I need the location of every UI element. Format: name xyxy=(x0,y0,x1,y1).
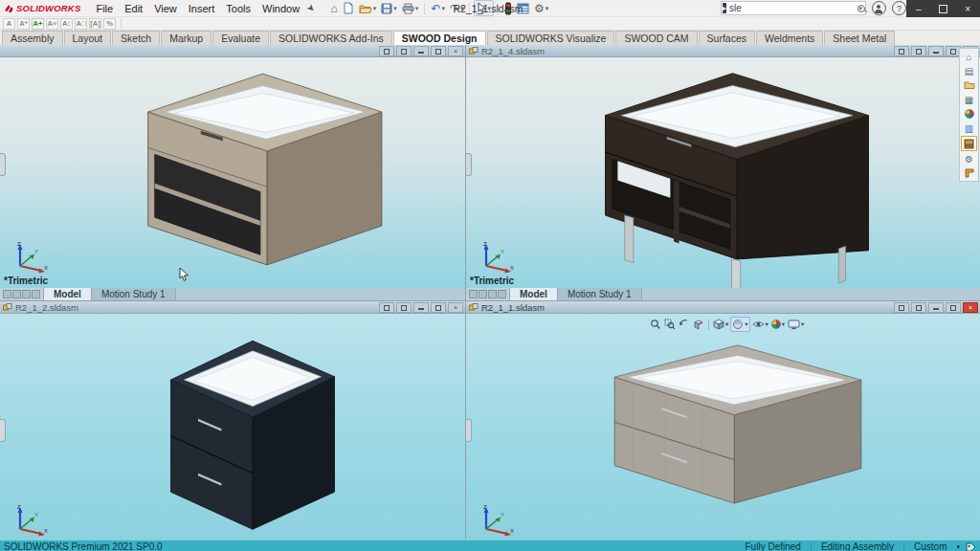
tab-markup[interactable]: Markup xyxy=(161,31,212,45)
tab-swood-design[interactable]: SWOOD Design xyxy=(393,31,486,45)
help-icon[interactable]: ? xyxy=(892,1,906,15)
hide-show-caret[interactable]: ▾ xyxy=(766,320,768,328)
options-button[interactable]: ⚙▾ xyxy=(532,1,550,16)
options-dropdown-caret[interactable]: ▾ xyxy=(546,5,549,12)
viewport-title-bar[interactable]: R2_1_2.sldasm × xyxy=(0,301,465,314)
viewport-minimize-button[interactable] xyxy=(928,302,944,313)
menu-view[interactable]: View xyxy=(148,3,183,14)
menu-tools[interactable]: Tools xyxy=(220,3,256,14)
viewport-close-button[interactable]: × xyxy=(448,46,463,56)
text-tool-icon-4[interactable]: A≡ xyxy=(46,18,58,30)
cabinet-model[interactable] xyxy=(151,325,354,540)
tab-evaluate[interactable]: Evaluate xyxy=(212,31,269,45)
tab-sheet-metal[interactable]: Sheet Metal xyxy=(824,31,895,45)
appearances-button[interactable]: ▾ xyxy=(770,319,786,330)
panel-splitter-handle[interactable] xyxy=(466,419,472,442)
open-button[interactable]: ▾ xyxy=(357,2,379,15)
tab-swood-cam[interactable]: SWOOD CAM xyxy=(615,31,697,45)
tab-sketch[interactable]: Sketch xyxy=(112,31,160,45)
viewport-tile-button[interactable] xyxy=(379,302,394,313)
select-button[interactable]: ▾ xyxy=(474,0,494,16)
search-input[interactable] xyxy=(729,3,856,13)
viewport-minimize-button[interactable] xyxy=(928,46,944,56)
text-tool-icon-7[interactable]: [A] xyxy=(89,18,101,30)
viewport-title-bar[interactable]: × xyxy=(0,45,465,57)
scene-caret[interactable]: ▾ xyxy=(801,320,804,328)
motion-study-tab[interactable]: Motion Study 1 xyxy=(558,288,642,300)
swood-options-icon[interactable]: ⚙ xyxy=(962,152,976,165)
section-view-button[interactable] xyxy=(692,318,705,331)
solidworks-resources-icon[interactable]: ⌂ xyxy=(962,50,976,63)
zoom-fit-button[interactable] xyxy=(649,318,662,331)
open-dropdown-caret[interactable]: ▾ xyxy=(373,5,377,12)
close-button[interactable]: × xyxy=(955,0,980,17)
graphics-area[interactable]: ▾ ▾ ▾ ▾ ▾ xyxy=(466,314,980,540)
viewport-maximize-button[interactable] xyxy=(946,302,961,313)
account-icon[interactable] xyxy=(872,1,886,15)
viewport-minimize-button[interactable] xyxy=(413,302,429,313)
viewport-tile-button[interactable] xyxy=(894,46,909,56)
tab-layout[interactable]: Layout xyxy=(64,31,112,45)
viewport-close-button[interactable]: × xyxy=(448,302,463,313)
tab-assembly[interactable]: Assembly xyxy=(2,31,63,45)
select-dropdown-caret[interactable]: ▾ xyxy=(487,5,491,12)
viewport-close-button[interactable]: × xyxy=(963,302,978,313)
bom-table-button[interactable] xyxy=(515,2,531,15)
design-library-icon[interactable]: ▤ xyxy=(962,64,976,77)
tab-nav-buttons[interactable] xyxy=(0,288,44,300)
home-button[interactable]: ⌂ xyxy=(329,1,340,16)
search-scope-icon[interactable]: ▸ xyxy=(723,3,726,13)
hide-show-items-button[interactable]: ▾ xyxy=(751,318,769,331)
motion-study-tab[interactable]: Motion Study 1 xyxy=(92,288,176,300)
save-button[interactable]: ▾ xyxy=(379,2,399,15)
display-style-caret[interactable]: ▾ xyxy=(745,320,747,328)
graphics-area[interactable]: ZYX *Trimetric xyxy=(466,57,980,288)
custom-properties-icon[interactable]: ▥ xyxy=(962,121,976,135)
panel-splitter-handle[interactable] xyxy=(0,153,6,176)
model-tab[interactable]: Model xyxy=(510,288,558,300)
viewport-maximize-button[interactable] xyxy=(431,302,446,313)
swood-status-button[interactable] xyxy=(502,1,514,16)
view-orientation-caret[interactable]: ▾ xyxy=(725,320,728,328)
swood-panel-icon[interactable] xyxy=(961,136,977,151)
viewport-split-button[interactable] xyxy=(396,302,412,313)
viewport-split-button[interactable] xyxy=(911,46,926,56)
undo-dropdown-caret[interactable]: ▾ xyxy=(441,5,445,12)
file-explorer-icon[interactable] xyxy=(962,78,976,92)
redo-button[interactable]: ↷▾ xyxy=(448,1,466,16)
text-tool-icon-3[interactable]: A+ xyxy=(32,18,44,30)
menu-insert[interactable]: Insert xyxy=(183,3,221,14)
panel-splitter-handle[interactable] xyxy=(466,153,472,176)
appearances-caret[interactable]: ▾ xyxy=(782,320,785,328)
search-box[interactable]: ▸ ▾ xyxy=(721,1,866,15)
corner-tool-icon[interactable] xyxy=(962,166,976,180)
status-tag-icon[interactable] xyxy=(966,542,976,551)
status-units[interactable]: Custom xyxy=(904,541,956,551)
print-dropdown-caret[interactable]: ▾ xyxy=(415,5,419,12)
graphics-area[interactable]: ZYX *Trimetric xyxy=(0,57,465,288)
viewport-tile-button[interactable] xyxy=(894,302,909,313)
model-tab[interactable]: Model xyxy=(44,288,92,300)
tab-weldments[interactable]: Weldments xyxy=(756,31,823,45)
minimize-button[interactable]: – xyxy=(906,0,931,17)
restore-button[interactable] xyxy=(931,0,956,17)
menu-edit[interactable]: Edit xyxy=(119,3,148,14)
view-palette-icon[interactable]: ▦ xyxy=(962,93,976,106)
print-button[interactable]: ▾ xyxy=(400,2,421,15)
tab-solidworks-visualize[interactable]: SOLIDWORKS Visualize xyxy=(487,31,615,45)
display-style-button[interactable]: ▾ xyxy=(730,317,749,332)
undo-button[interactable]: ↶▾ xyxy=(429,1,447,16)
cabinet-model[interactable] xyxy=(122,59,412,272)
units-dropdown-caret[interactable]: ▾ xyxy=(956,543,960,551)
viewport-split-button[interactable] xyxy=(911,302,926,313)
graphics-area[interactable]: ZYX xyxy=(0,314,465,540)
viewport-maximize-button[interactable] xyxy=(431,46,446,56)
text-tool-icon-5[interactable]: A↕ xyxy=(60,18,73,30)
zoom-area-button[interactable] xyxy=(663,318,677,331)
cabinet-model[interactable] xyxy=(600,335,876,517)
search-icon[interactable] xyxy=(856,3,858,14)
text-tool-icon-1[interactable]: A xyxy=(3,18,15,30)
tab-surfaces[interactable]: Surfaces xyxy=(699,31,755,45)
previous-view-button[interactable] xyxy=(678,318,691,331)
menu-window[interactable]: Window xyxy=(256,3,305,14)
